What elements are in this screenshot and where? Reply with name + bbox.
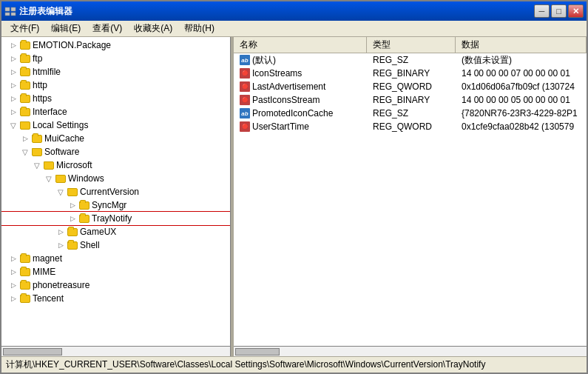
node-label-muicache: MuiCache [44,133,84,144]
tree-node-syncmgr[interactable]: ▷ SyncMgr [1,198,230,212]
cell-name-promotediconcache: ab PromotedIconCache [234,108,367,118]
values-table[interactable]: ab (默认) REG_SZ (数值未设置) 🔴 IconStreams REG… [234,53,587,346]
expander-ftp[interactable]: ▷ [7,53,19,64]
node-label-traynotify: TrayNotify [92,213,132,224]
tree-node-microsoft[interactable]: ▽ Microsoft [1,158,230,172]
menu-view[interactable]: 查看(V) [87,21,128,36]
expander-tencent[interactable]: ▷ [7,293,19,304]
tree-node-software[interactable]: ▽ Software [1,145,230,158]
col-header-type[interactable]: 类型 [367,37,456,53]
expander-mime[interactable]: ▷ [7,266,19,278]
expander-htmlfile[interactable]: ▷ [7,66,19,78]
node-label-phonetreasure: phonetreasure [33,280,89,290]
expander-currentversion[interactable]: ▽ [55,186,67,198]
value-row-promotediconcache[interactable]: ab PromotedIconCache REG_SZ {7820NR76-23… [234,107,587,120]
expander-software[interactable]: ▽ [19,146,31,158]
cell-name-default: ab (默认) [234,54,367,67]
values-header: 名称 类型 数据 [234,37,587,53]
tree-node-shell[interactable]: ▷ Shell [1,238,230,252]
node-label-https: https [33,93,52,104]
tree-node-ftp[interactable]: ▷ ftp [1,52,230,65]
hscroll-thumb[interactable] [3,348,62,355]
tree-node-gameux[interactable]: ▷ GameUX [1,225,230,238]
value-label-default: (默认) [252,54,276,67]
expander-syncmgr[interactable]: ▷ [67,199,78,211]
tree-scroll[interactable]: ▷ EMOTION.Package ▷ ftp ▷ htmlfile [1,37,230,346]
folder-icon-software [31,146,43,158]
tree-node-http[interactable]: ▷ http [1,79,230,92]
tree-node-windows[interactable]: ▽ Windows [1,172,230,185]
reg-icon-bin-pasticonsstream: 🔴 [240,95,250,105]
node-label-software: Software [44,147,79,157]
expander-windows[interactable]: ▽ [43,173,55,184]
folder-icon-currentversion [67,186,78,198]
close-button[interactable]: ✕ [568,4,584,18]
folder-icon-emotion [19,39,31,51]
value-row-pasticonsstream[interactable]: 🔴 PastIconsStream REG_BINARY 14 00 00 00… [234,93,587,107]
menu-bar: 文件(F) 编辑(E) 查看(V) 收藏夹(A) 帮助(H) [1,21,587,37]
expander-microsoft[interactable]: ▽ [31,159,43,171]
cell-data-promotediconcache: {7820NR76-23R3-4229-82P1 [456,108,587,118]
value-label-iconstreams: IconStreams [252,68,302,79]
svg-rect-3 [11,13,16,16]
expander-shell[interactable]: ▷ [55,239,67,251]
expander-traynotify[interactable]: ▷ [67,213,78,224]
tree-node-currentversion[interactable]: ▽ CurrentVersion [1,185,230,198]
folder-icon-htmlfile [19,66,31,78]
cell-type-userstarttime: REG_QWORD [367,121,456,132]
tree-panel: ▷ EMOTION.Package ▷ ftp ▷ htmlfile [1,37,231,356]
cell-data-iconstreams: 14 00 00 00 07 00 00 00 01 [456,68,587,79]
minimize-button[interactable]: ─ [534,4,550,18]
cell-data-default: (数值未设置) [456,54,587,67]
expander-gameux[interactable]: ▷ [55,226,67,238]
expander-http[interactable]: ▷ [7,79,19,91]
folder-icon-shell [67,239,78,251]
tree-node-interface[interactable]: ▷ Interface [1,105,230,118]
tree-node-mime[interactable]: ▷ MIME [1,265,230,278]
folder-icon-muicache [31,133,43,144]
expander-emotion[interactable]: ▷ [7,39,19,51]
tree-node-localsettings[interactable]: ▽ Local Settings [1,118,230,132]
tree-node-https[interactable]: ▷ https [1,92,230,105]
folder-icon-interface [19,106,31,118]
menu-help[interactable]: 帮助(H) [178,21,220,36]
col-header-data[interactable]: 数据 [456,37,587,53]
expander-localsettings[interactable]: ▽ [7,119,19,131]
value-row-userstarttime[interactable]: 🔴 UserStartTime REG_QWORD 0x1cfe9cfaa028… [234,120,587,133]
node-label-microsoft: Microsoft [56,160,92,170]
expander-interface[interactable]: ▷ [7,106,19,118]
tree-hscroll[interactable] [1,346,230,356]
app-icon [4,5,16,17]
cell-name-lastadvertisement: 🔴 LastAdvertisement [234,81,367,92]
col-header-name[interactable]: 名称 [234,37,367,53]
cell-type-iconstreams: REG_BINARY [367,68,456,79]
menu-edit[interactable]: 编辑(E) [45,21,87,36]
tree-node-phonetreasure[interactable]: ▷ phonetreasure [1,278,230,292]
menu-file[interactable]: 文件(F) [4,21,45,36]
tree-node-htmlfile[interactable]: ▷ htmlfile [1,65,230,79]
reg-icon-bin-iconstreams: 🔴 [240,68,250,79]
value-row-default[interactable]: ab (默认) REG_SZ (数值未设置) [234,53,587,67]
values-panel: 名称 类型 数据 ab (默认) REG_SZ (数值未设置) [234,37,587,356]
tree-node-magnet[interactable]: ▷ magnet [1,252,230,265]
values-hscroll[interactable] [234,346,587,356]
values-hscroll-thumb[interactable] [235,348,280,355]
reg-icon-bin-userstarttime: 🔴 [240,121,250,132]
folder-icon-phonetreasure [19,279,31,291]
node-label-currentversion: CurrentVersion [80,187,139,197]
value-row-iconstreams[interactable]: 🔴 IconStreams REG_BINARY 14 00 00 00 07 … [234,67,587,80]
expander-muicache[interactable]: ▷ [19,133,31,144]
tree-node-traynotify[interactable]: ▷ TrayNotify [1,212,230,225]
node-label-htmlfile: htmlfile [33,67,61,77]
maximize-button[interactable]: □ [551,4,567,18]
svg-rect-2 [5,13,10,16]
expander-magnet[interactable]: ▷ [7,253,19,264]
tree-node-tencent[interactable]: ▷ Tencent [1,292,230,305]
menu-favorites[interactable]: 收藏夹(A) [128,21,178,36]
node-label-localsettings: Local Settings [33,120,88,130]
tree-node-muicache[interactable]: ▷ MuiCache [1,132,230,145]
value-row-lastadvertisement[interactable]: 🔴 LastAdvertisement REG_QWORD 0x1d06d06a… [234,80,587,93]
expander-https[interactable]: ▷ [7,93,19,104]
expander-phonetreasure[interactable]: ▷ [7,279,19,291]
tree-node-emotion[interactable]: ▷ EMOTION.Package [1,39,230,52]
